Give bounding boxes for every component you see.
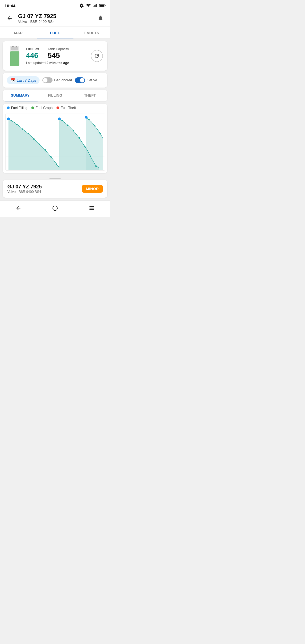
header-title-block: GJ 07 YZ 7925 Volvo - B8R 9400 BS4 <box>18 13 92 24</box>
fuel-gauge-icon <box>7 46 22 66</box>
legend-dot-graph <box>31 106 34 109</box>
period-label: Last 7 Days <box>17 78 36 82</box>
svg-rect-41 <box>90 206 94 207</box>
svg-rect-9 <box>11 47 18 51</box>
svg-point-20 <box>22 129 23 130</box>
svg-point-31 <box>84 146 86 147</box>
svg-point-32 <box>90 156 91 157</box>
status-bar: 10:44 <box>0 0 110 10</box>
fuel-card: Fuel Left 446 Tank Capacity 545 Last upd… <box>3 41 107 71</box>
svg-point-25 <box>50 156 52 158</box>
fuel-info: Fuel Left 446 Tank Capacity 545 Last upd… <box>26 47 87 65</box>
signal-icon <box>93 3 98 8</box>
svg-rect-11 <box>16 46 17 47</box>
svg-rect-42 <box>90 208 94 208</box>
fuel-left-value: 446 <box>26 51 39 60</box>
back-button[interactable] <box>5 13 15 23</box>
svg-rect-8 <box>10 51 19 66</box>
sub-tabs: SUMMARY FILLING THEFT <box>3 90 107 101</box>
calendar-icon: 📅 <box>10 78 15 82</box>
svg-rect-0 <box>93 6 93 8</box>
legend-theft-label: Fuel Theft <box>61 106 76 110</box>
tank-capacity-label: Tank Capacity <box>48 47 69 51</box>
fuel-left-label: Fuel Left <box>26 47 39 51</box>
chart-container: Fuel Filling Fuel Graph Fuel Theft <box>3 104 107 173</box>
sub-tab-summary[interactable]: SUMMARY <box>3 90 38 101</box>
filter-bar: 📅 Last 7 Days Get Ignored Get Ve <box>3 73 107 88</box>
svg-point-22 <box>33 138 35 140</box>
fuel-updated-text: Last updated 2 minutes ago <box>26 61 87 65</box>
svg-rect-5 <box>100 5 104 7</box>
svg-point-35 <box>94 125 95 127</box>
navigation-bar <box>0 201 110 217</box>
svg-point-34 <box>88 119 90 120</box>
svg-rect-1 <box>94 5 95 8</box>
fuel-chart <box>3 111 107 173</box>
header-title: GJ 07 YZ 7925 <box>18 13 92 19</box>
svg-rect-3 <box>96 4 97 7</box>
svg-rect-6 <box>105 5 106 6</box>
tank-capacity-value: 545 <box>48 51 69 60</box>
svg-point-26 <box>56 164 57 165</box>
wifi-icon <box>86 3 91 8</box>
main-tabs: MAP FUEL FAULTS <box>0 27 110 38</box>
svg-point-28 <box>67 125 69 126</box>
svg-point-33 <box>95 166 97 167</box>
svg-point-19 <box>16 124 18 125</box>
header-subtitle: Volvo - B8R 9400 BS4 <box>18 19 92 24</box>
legend-fuel-graph: Fuel Graph <box>31 106 53 110</box>
get-vehicle-label: Get Ve <box>87 78 97 82</box>
tab-faults[interactable]: FAULTS <box>73 27 110 38</box>
settings-icon <box>79 3 84 8</box>
drag-handle <box>0 175 110 180</box>
status-time: 10:44 <box>5 3 15 8</box>
svg-point-18 <box>11 120 12 121</box>
legend-dot-filling <box>7 106 10 109</box>
get-vehicle-toggle-container[interactable]: Get Ve <box>75 77 97 83</box>
get-ignored-toggle[interactable] <box>42 77 53 83</box>
get-ignored-label: Get Ignored <box>54 78 72 82</box>
refresh-button[interactable] <box>91 50 103 62</box>
svg-point-21 <box>28 133 29 134</box>
legend-graph-label: Fuel Graph <box>36 106 53 110</box>
svg-rect-2 <box>95 5 95 7</box>
bottom-vehicle-card: GJ 07 YZ 7925 Volvo - B8R 9400 BS4 MINOR <box>3 180 107 198</box>
svg-point-27 <box>62 120 63 121</box>
svg-point-40 <box>53 206 58 211</box>
nav-home-button[interactable] <box>48 204 62 213</box>
svg-point-30 <box>79 137 80 139</box>
get-vehicle-toggle[interactable] <box>75 77 85 83</box>
legend-filling-label: Fuel Filling <box>11 106 27 110</box>
header: GJ 07 YZ 7925 Volvo - B8R 9400 BS4 <box>0 10 110 27</box>
svg-point-29 <box>73 130 74 132</box>
minor-badge[interactable]: MINOR <box>82 185 103 193</box>
notification-button[interactable] <box>95 13 106 23</box>
bottom-vehicle-sub: Volvo - B8R 9400 BS4 <box>7 190 42 194</box>
legend-fuel-filling: Fuel Filling <box>7 106 27 110</box>
svg-point-23 <box>39 144 40 145</box>
nav-back-button[interactable] <box>12 204 25 213</box>
status-icons <box>79 3 106 8</box>
drag-bar <box>49 178 61 179</box>
legend-dot-theft <box>56 106 59 109</box>
chart-legend: Fuel Filling Fuel Graph Fuel Theft <box>3 104 107 111</box>
tab-map[interactable]: MAP <box>0 27 37 38</box>
svg-point-39 <box>85 116 88 119</box>
svg-rect-10 <box>12 46 14 47</box>
nav-recent-button[interactable] <box>85 204 99 213</box>
svg-point-37 <box>7 118 10 120</box>
svg-rect-43 <box>90 209 94 210</box>
svg-point-36 <box>100 133 101 134</box>
legend-fuel-theft: Fuel Theft <box>56 106 76 110</box>
bottom-vehicle-name: GJ 07 YZ 7925 <box>7 184 42 190</box>
tab-fuel[interactable]: FUEL <box>37 27 73 38</box>
fuel-updated-time: 2 minutes ago <box>47 61 69 65</box>
get-ignored-toggle-container[interactable]: Get Ignored <box>42 77 72 83</box>
period-filter-chip[interactable]: 📅 Last 7 Days <box>7 76 40 84</box>
bottom-vehicle-info: GJ 07 YZ 7925 Volvo - B8R 9400 BS4 <box>7 184 42 194</box>
sub-tab-theft[interactable]: THEFT <box>73 90 107 101</box>
battery-icon <box>99 4 106 8</box>
sub-tab-filling[interactable]: FILLING <box>38 90 72 101</box>
svg-point-38 <box>58 118 61 120</box>
svg-point-24 <box>45 149 46 151</box>
